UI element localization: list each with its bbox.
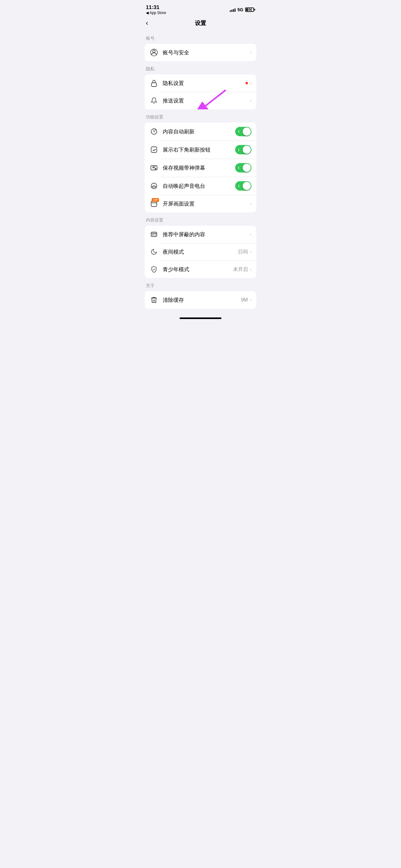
chevron-icon-account-security: ›: [250, 50, 252, 55]
row-privacy-settings[interactable]: 隐私设置 ›: [144, 74, 257, 92]
row-right-splash-screen: ›: [250, 201, 252, 207]
section-label-account: 账号: [140, 31, 261, 44]
row-auto-refresh[interactable]: 内容自动刷新: [144, 122, 257, 141]
toggle-knob-save-video-danmu: [243, 164, 251, 172]
toggle-save-video-danmu[interactable]: [235, 163, 252, 173]
save-video-icon: [149, 163, 158, 172]
row-right-show-refresh-btn: [235, 145, 252, 154]
screen-icon-wrap: VIP: [149, 199, 158, 208]
lock-icon: [149, 79, 158, 88]
row-right-save-video-danmu: [235, 163, 252, 173]
row-show-refresh-btn[interactable]: 展示右下角刷新按钮: [144, 141, 257, 159]
svg-point-8: [155, 168, 157, 170]
section-label-privacy: 隐私: [140, 61, 261, 74]
toggle-knob-auto-radio: [243, 182, 251, 190]
status-time: 11:31: [146, 4, 159, 11]
row-label-save-video-danmu: 保存视频带神弹幕: [163, 164, 235, 172]
row-night-mode[interactable]: 夜间模式 日间 ›: [144, 243, 257, 260]
row-youth-mode[interactable]: 青少年模式 未开启 ›: [144, 260, 257, 278]
radio-icon: [149, 182, 158, 190]
signal-bar-2: [231, 10, 232, 12]
svg-rect-12: [151, 232, 157, 237]
back-button[interactable]: ‹: [146, 19, 148, 27]
row-right-auto-radio: [235, 181, 252, 191]
card-function: 内容自动刷新 展示右下角刷新按钮: [144, 122, 257, 213]
row-label-push-settings: 推送设置: [163, 97, 250, 104]
page-title: 设置: [195, 19, 206, 27]
svg-point-0: [153, 50, 155, 53]
row-clear-cache[interactable]: 清除缓存 9M ›: [144, 291, 257, 309]
signal-bars: [230, 7, 235, 12]
row-label-auto-refresh: 内容自动刷新: [163, 128, 235, 135]
signal-bar-1: [230, 10, 231, 12]
row-right-block-content: ›: [250, 231, 252, 237]
row-label-splash-screen: 开屏画面设置: [163, 200, 250, 208]
home-bar: [179, 317, 222, 319]
battery-body: 60: [245, 7, 254, 12]
chevron-icon-push: ›: [250, 98, 252, 103]
status-right: 5G 60: [230, 7, 255, 12]
row-label-auto-radio: 自动唤起声音电台: [163, 183, 235, 190]
row-right-clear-cache: 9M ›: [241, 297, 252, 303]
toggle-auto-refresh[interactable]: [235, 127, 252, 136]
toggle-knob-auto-refresh: [243, 127, 251, 135]
row-value-night-mode: 日间: [238, 249, 248, 255]
row-value-youth-mode: 未开启: [233, 266, 248, 273]
toggle-auto-radio[interactable]: [235, 181, 252, 191]
row-label-night-mode: 夜间模式: [163, 248, 238, 256]
row-value-clear-cache: 9M: [241, 297, 248, 303]
section-label-function: 功能设置: [140, 110, 261, 122]
section-label-content: 内容设置: [140, 213, 261, 226]
svg-rect-6: [151, 147, 157, 153]
vip-badge: VIP: [152, 198, 159, 202]
svg-point-10: [154, 187, 155, 188]
moon-icon: [149, 247, 158, 256]
account-icon: [149, 48, 158, 57]
signal-bar-4: [235, 8, 235, 12]
home-indicator: [140, 314, 261, 321]
row-right-youth-mode: 未开启 ›: [233, 266, 252, 273]
row-save-video-danmu[interactable]: 保存视频带神弹幕: [144, 159, 257, 177]
row-label-show-refresh-btn: 展示右下角刷新按钮: [163, 146, 235, 153]
row-label-account-security: 账号与安全: [163, 49, 250, 56]
svg-rect-2: [152, 83, 157, 87]
row-auto-radio[interactable]: 自动唤起声音电台: [144, 177, 257, 195]
battery-tip: [254, 9, 255, 11]
chevron-icon-splash: ›: [250, 201, 252, 207]
shield-icon: [149, 265, 158, 274]
row-right-privacy-settings: ›: [245, 80, 252, 86]
red-dot-privacy: [245, 82, 248, 84]
bell-icon: [149, 96, 158, 105]
battery-label: 60: [248, 8, 252, 11]
battery: 60: [245, 7, 255, 12]
row-label-block-content: 推荐中屏蔽的内容: [163, 231, 250, 238]
chevron-icon-privacy: ›: [250, 80, 252, 86]
row-label-privacy-settings: 隐私设置: [163, 80, 245, 87]
chevron-icon-block: ›: [250, 231, 252, 237]
chevron-icon-cache: ›: [250, 297, 252, 303]
row-right-auto-refresh: [235, 127, 252, 136]
nav-bar: ‹ 设置: [140, 17, 261, 31]
status-5g: 5G: [237, 7, 243, 12]
card-account: 账号与安全 ›: [144, 44, 257, 61]
row-right-push-settings: ›: [250, 98, 252, 103]
card-privacy: 隐私设置 › 推送设置 ›: [144, 74, 257, 110]
row-push-settings[interactable]: 推送设置 ›: [144, 92, 257, 110]
settings-page: 11:31 ◀ App Store 5G 60 ‹ 设置 账号: [140, 0, 261, 321]
block-icon: [149, 230, 158, 239]
status-left: 11:31 ◀ App Store: [146, 4, 166, 15]
refresh-btn-icon: [149, 145, 158, 154]
cache-icon: [149, 296, 158, 304]
status-bar: 11:31 ◀ App Store 5G 60: [140, 0, 261, 17]
signal-bar-3: [233, 9, 234, 12]
row-block-content[interactable]: 推荐中屏蔽的内容 ›: [144, 226, 257, 243]
toggle-show-refresh-btn[interactable]: [235, 145, 252, 154]
row-account-security[interactable]: 账号与安全 ›: [144, 44, 257, 61]
toggle-knob-show-refresh-btn: [243, 146, 251, 154]
chevron-icon-youth: ›: [250, 267, 252, 272]
chevron-icon-night: ›: [250, 249, 252, 255]
row-label-clear-cache: 清除缓存: [163, 297, 241, 304]
row-splash-screen[interactable]: VIP 开屏画面设置 ›: [144, 195, 257, 213]
card-about: 清除缓存 9M ›: [144, 291, 257, 309]
row-label-youth-mode: 青少年模式: [163, 266, 233, 273]
